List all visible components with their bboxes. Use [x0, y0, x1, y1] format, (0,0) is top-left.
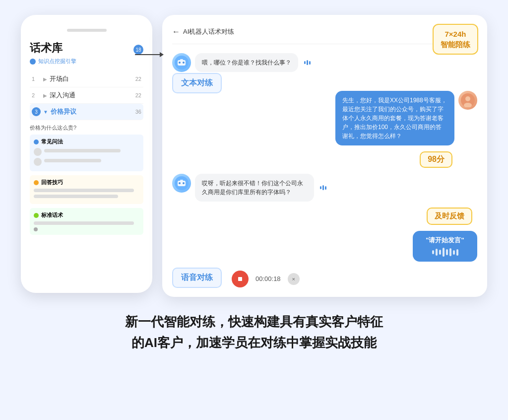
svg-point-12 — [465, 96, 470, 101]
bot-bubble-1: 喂，哪位？你是谁？找我什么事？ — [195, 53, 298, 72]
voice-controls-row: 语音对练 00:00:18 × — [172, 268, 477, 288]
knowledge-icon — [30, 59, 36, 65]
faq-line-2a — [44, 159, 101, 162]
standard-dot — [34, 213, 39, 218]
badge-7x24: 7×24h 智能陪练 — [433, 24, 478, 55]
svg-point-9 — [183, 62, 185, 64]
wave-2b — [322, 185, 324, 190]
sound-waves-1 — [304, 60, 311, 65]
menu-num-2: 2 — [32, 92, 41, 98]
standard-section: 标准话术 — [30, 208, 143, 235]
chat-row-bot-2: 哎呀，听起来很不错！你们这个公司永久商用是你们库里所有的字体吗？ — [172, 174, 477, 202]
stop-record-button[interactable] — [232, 271, 249, 287]
wf-2 — [436, 249, 438, 256]
faq-label: 常见问法 — [41, 138, 63, 145]
feedback-container: 及时反馈 — [172, 208, 472, 225]
tips-line-1 — [34, 189, 134, 192]
menu-item-3[interactable]: 3 ▼ 价格异议 36 — [30, 104, 143, 120]
svg-point-17 — [183, 182, 185, 184]
bottom-section: 新一代智能对练，快速构建具有真实客户特征 的AI客户，加速学员在对练中掌握实战技… — [125, 312, 383, 353]
connector-arrow — [135, 52, 164, 57]
phone-mockup: 话术库 知识点挖掘引擎 18 1 ▶ 开场白 22 2 ▶ 深入沟通 22 3 … — [21, 15, 152, 293]
voice-practice-text: 语音对练 — [181, 273, 213, 281]
standard-label: 标准话术 — [41, 211, 63, 219]
close-icon: × — [292, 276, 295, 282]
chat-row-bot-1: 喂，哪位？你是谁？找我什么事？ — [172, 53, 477, 72]
feedback-text: 及时反馈 — [435, 211, 464, 220]
svg-point-16 — [179, 182, 181, 184]
header-left: AI机器人话术对练 — [172, 27, 234, 36]
wf-3 — [439, 250, 441, 255]
wave-1a — [304, 61, 306, 64]
human-text-1: 先生，您好，我是XX公司1988号客服，最近您关注了我们的公众号，购买了字体个人… — [342, 97, 447, 140]
close-voice-button[interactable]: × — [288, 273, 300, 285]
wf-6 — [449, 248, 451, 256]
faq-dot — [34, 140, 39, 144]
menu-count-1: 22 — [135, 76, 141, 82]
menu-label-2: 深入沟通 — [50, 91, 135, 100]
human-avatar-1 — [458, 91, 477, 110]
phone-subtitle: 知识点挖掘引擎 — [30, 58, 143, 65]
voice-start-text: "请开始发言" — [423, 236, 467, 245]
text-practice-label: 文本对练 — [172, 73, 222, 93]
feedback-badge: 及时反馈 — [427, 208, 472, 225]
wave-2c — [325, 186, 326, 190]
voice-bubble: "请开始发言" — [413, 231, 477, 262]
badge-7x24-text: 7×24h 智能陪练 — [441, 30, 470, 49]
bottom-text-line1: 新一代智能对练，快速构建具有真实客户特征 — [125, 312, 383, 333]
arrow-icon-2: ▶ — [43, 93, 47, 98]
menu-count-2: 22 — [135, 92, 141, 98]
faq-row-2 — [34, 158, 139, 166]
person-icon-1 — [34, 148, 42, 156]
bot-text-2: 哎呀，听起来很不错！你们这个公司永久商用是你们库里所有的字体吗？ — [202, 180, 303, 196]
standard-header: 标准话术 — [34, 211, 139, 219]
chat-title: AI机器人话术对练 — [183, 27, 234, 36]
faq-row-1 — [34, 148, 139, 156]
arrow-icon-1: ▶ — [43, 76, 47, 82]
subtitle-text: 知识点挖掘引擎 — [38, 58, 76, 65]
tips-dot — [34, 180, 39, 185]
svg-point-8 — [179, 62, 181, 64]
chat-panel: AI机器人话术对练 7×24h 智能陪练 — [162, 15, 487, 297]
svg-rect-19 — [238, 277, 242, 281]
menu-num-1: 1 — [32, 76, 41, 82]
wf-7 — [453, 250, 455, 255]
voice-controls: 00:00:18 × — [232, 271, 300, 287]
menu-label-1: 开场白 — [50, 74, 135, 83]
faq-section: 常见问法 — [30, 135, 143, 171]
sound-waves-2 — [320, 185, 326, 190]
wf-8 — [456, 249, 458, 256]
chat-header: AI机器人话术对练 — [172, 25, 477, 44]
tips-label: 回答技巧 — [41, 179, 63, 186]
voice-practice-label: 语音对练 — [172, 268, 222, 288]
svg-rect-18 — [180, 180, 183, 181]
wf-4 — [443, 248, 444, 257]
menu-item-1[interactable]: 1 ▶ 开场白 22 — [30, 71, 143, 87]
menu-label-3: 价格异议 — [51, 107, 135, 116]
bot-avatar-1 — [172, 53, 191, 72]
bot-avatar-2 — [172, 174, 191, 193]
wf-5 — [446, 249, 448, 255]
chat-row-human-1: 先生，您好，我是XX公司1988号客服，最近您关注了我们的公众号，购买了字体个人… — [172, 91, 477, 145]
standard-line-1 — [34, 221, 134, 225]
arrow-icon-3: ▼ — [43, 109, 48, 115]
wave-1c — [309, 61, 311, 65]
person-icon-2 — [34, 158, 42, 166]
faq-header: 常见问法 — [34, 138, 139, 145]
bot-bubble-row-2: 哎呀，听起来很不错！你们这个公司永久商用是你们库里所有的字体吗？ — [195, 174, 326, 202]
bottom-text-line2: 的AI客户，加速学员在对练中掌握实战技能 — [125, 333, 383, 353]
wave-1b — [307, 60, 308, 65]
phone-title: 话术库 — [30, 41, 143, 56]
question-label: 价格为什么这么贵? — [30, 124, 143, 132]
bot-text-1: 喂，哪位？你是谁？找我什么事？ — [202, 59, 291, 66]
tips-header: 回答技巧 — [34, 179, 139, 186]
voice-bubble-container: "请开始发言" — [172, 231, 477, 262]
score-container: 98分 — [172, 151, 452, 168]
menu-item-2[interactable]: 2 ▶ 深入沟通 22 — [30, 87, 143, 104]
tips-section: 回答技巧 — [30, 175, 143, 204]
faq-line-1a — [44, 149, 121, 152]
score-text: 98分 — [428, 155, 444, 163]
arrow-label: AI机器人话术对练 — [172, 27, 234, 36]
bot-bubble-2: 哎呀，听起来很不错！你们这个公司永久商用是你们库里所有的字体吗？ — [195, 174, 314, 202]
wave-2a — [320, 186, 321, 189]
